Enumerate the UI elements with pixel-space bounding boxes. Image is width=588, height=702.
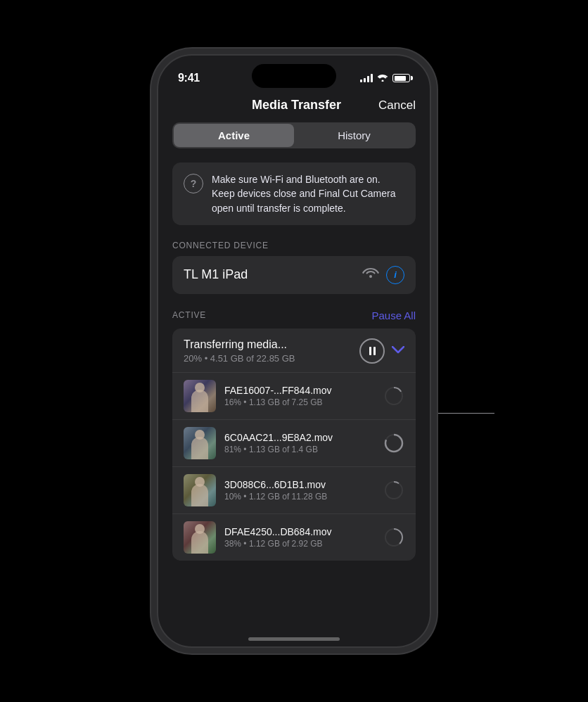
device-info-button[interactable]: i	[386, 266, 404, 284]
transfer-controls	[359, 338, 404, 364]
annotation-arrow	[438, 413, 494, 414]
file-info: 3D088C6...6D1B1.mov 10% • 1.12 GB of 11.…	[224, 479, 375, 502]
file-thumbnail	[184, 427, 216, 459]
file-list: FAE16007-...FF844.mov 16% • 1.13 GB of 7…	[172, 372, 416, 561]
home-indicator	[248, 637, 340, 641]
transfer-subtitle: 20% • 4.51 GB of 22.85 GB	[184, 353, 359, 364]
connected-device-label: CONNECTED DEVICE	[172, 241, 416, 250]
device-card: TL M1 iPad i	[172, 256, 416, 294]
transfer-header: Transferring media... 20% • 4.51 GB of 2…	[172, 328, 416, 372]
file-item: FAE16007-...FF844.mov 16% • 1.13 GB of 7…	[172, 373, 416, 420]
file-size: 38% • 1.12 GB of 2.92 GB	[224, 539, 375, 549]
connected-device-section: CONNECTED DEVICE TL M1 iPad i	[172, 241, 416, 294]
page-title: Media Transfer	[215, 98, 378, 113]
cancel-button[interactable]: Cancel	[378, 98, 416, 113]
device-icons: i	[362, 266, 404, 284]
file-size: 10% • 1.12 GB of 11.28 GB	[224, 492, 375, 502]
file-item: 3D088C6...6D1B1.mov 10% • 1.12 GB of 11.…	[172, 467, 416, 514]
phone-frame: 9:41 Media Transfer Cancel	[157, 54, 431, 648]
pause-all-button[interactable]: Pause All	[371, 309, 416, 321]
file-thumbnail	[184, 380, 216, 412]
file-name: FAE16007-...FF844.mov	[224, 385, 375, 396]
file-info: 6C0AAC21...9E8A2.mov 81% • 1.13 GB of 1.…	[224, 432, 375, 454]
file-thumbnail	[184, 474, 216, 506]
tab-active[interactable]: Active	[174, 124, 294, 147]
transfer-card: Transferring media... 20% • 4.51 GB of 2…	[172, 328, 416, 561]
wifi-icon	[377, 72, 388, 84]
nav-header: Media Transfer Cancel	[172, 91, 416, 122]
time-display: 9:41	[178, 72, 200, 84]
progress-ring	[383, 433, 404, 454]
battery-icon	[392, 74, 410, 82]
main-content: Media Transfer Cancel Active History ? M…	[158, 91, 430, 561]
svg-point-4	[385, 482, 402, 499]
file-thumbnail	[184, 521, 216, 554]
broadcast-icon	[362, 267, 379, 283]
file-name: 3D088C6...6D1B1.mov	[224, 479, 375, 490]
transfer-title: Transferring media...	[184, 338, 359, 351]
pause-icon	[369, 347, 376, 355]
help-icon: ?	[184, 174, 203, 193]
info-message: Make sure Wi-Fi and Bluetooth are on. Ke…	[212, 172, 404, 215]
file-item: 6C0AAC21...9E8A2.mov 81% • 1.13 GB of 1.…	[172, 420, 416, 467]
file-info: FAE16007-...FF844.mov 16% • 1.13 GB of 7…	[224, 385, 375, 407]
expand-chevron-icon[interactable]	[392, 343, 404, 358]
transfer-info: Transferring media... 20% • 4.51 GB of 2…	[184, 338, 359, 364]
file-size: 16% • 1.13 GB of 7.25 GB	[224, 397, 375, 407]
file-size: 81% • 1.13 GB of 1.4 GB	[224, 445, 375, 454]
device-name: TL M1 iPad	[184, 267, 248, 282]
file-name: 6C0AAC21...9E8A2.mov	[224, 432, 375, 443]
signal-icon	[360, 74, 373, 82]
file-item: DFAE4250...DB684.mov 38% • 1.12 GB of 2.…	[172, 514, 416, 561]
progress-ring	[383, 480, 404, 501]
progress-ring	[383, 385, 404, 407]
status-icons	[360, 72, 410, 84]
file-name: DFAE4250...DB684.mov	[224, 526, 375, 537]
tab-history[interactable]: History	[294, 124, 414, 147]
segment-control: Active History	[172, 122, 416, 148]
file-info: DFAE4250...DB684.mov 38% • 1.12 GB of 2.…	[224, 526, 375, 549]
pause-button[interactable]	[359, 338, 385, 364]
progress-ring	[383, 527, 404, 548]
active-section-header: ACTIVE Pause All	[172, 309, 416, 321]
info-box: ? Make sure Wi-Fi and Bluetooth are on. …	[172, 162, 416, 225]
active-section-label: ACTIVE	[172, 310, 206, 320]
dynamic-island	[252, 64, 336, 88]
